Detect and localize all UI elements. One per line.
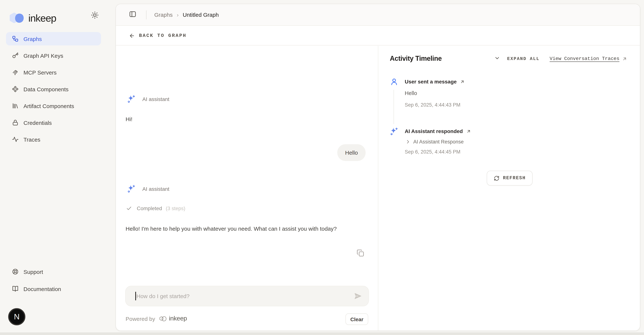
user-icon bbox=[390, 78, 398, 86]
sidebar-item-label: Support bbox=[24, 268, 43, 275]
sidebar-toggle-button[interactable] bbox=[129, 10, 136, 19]
sidebar-item-credentials[interactable]: Credentials bbox=[6, 116, 101, 129]
breadcrumb-current: Untitled Graph bbox=[182, 12, 218, 18]
assistant-label: AI assistant bbox=[142, 186, 170, 192]
timeline-event-link[interactable]: User sent a message bbox=[405, 79, 465, 84]
sidebar-item-traces[interactable]: Traces bbox=[6, 133, 101, 146]
chat-preview: AI assistant Hi! Hello AI assistant bbox=[116, 46, 378, 330]
header-divider bbox=[146, 10, 146, 19]
book-open-icon bbox=[12, 286, 19, 292]
assistant-message: Hello! I'm here to help you with whateve… bbox=[126, 224, 360, 234]
sparkles-icon bbox=[126, 184, 136, 194]
workflow-icon bbox=[12, 36, 19, 42]
card-header: Graphs › Untitled Graph bbox=[116, 4, 640, 26]
nextjs-dev-button[interactable]: N bbox=[8, 308, 25, 325]
assistant-header: AI assistant bbox=[126, 184, 170, 194]
event-body: Hello bbox=[405, 90, 417, 96]
screen: inkeep Graphs bbox=[0, 0, 644, 335]
mcp-icon bbox=[12, 69, 19, 76]
arrow-up-right-icon bbox=[466, 129, 471, 134]
assistant-response-toggle[interactable]: AI Assistant Response bbox=[406, 139, 464, 144]
sidebar-item-label: Data Components bbox=[24, 86, 68, 92]
timeline-title: Activity Timeline bbox=[390, 55, 442, 62]
sidebar-item-graphs[interactable]: Graphs bbox=[6, 32, 101, 46]
send-button[interactable] bbox=[354, 292, 362, 302]
status-steps: (3 steps) bbox=[166, 206, 185, 211]
sidebar-item-data-components[interactable]: Data Components bbox=[6, 82, 101, 96]
component-icon bbox=[12, 86, 19, 92]
user-message-bubble: Hello bbox=[337, 144, 366, 161]
sidebar-item-artifact-components[interactable]: Artifact Components bbox=[6, 99, 101, 112]
sparkles-icon bbox=[389, 127, 398, 136]
text-caret bbox=[135, 292, 136, 300]
arrow-up-right-icon bbox=[460, 79, 465, 84]
key-icon bbox=[12, 52, 19, 59]
chat-input[interactable] bbox=[125, 286, 369, 306]
assistant-label: AI assistant bbox=[142, 96, 170, 102]
content-area: AI assistant Hi! Hello AI assistant bbox=[116, 46, 640, 330]
breadcrumb-separator: › bbox=[177, 12, 178, 18]
assistant-header: AI assistant bbox=[126, 94, 170, 104]
sidebar-item-documentation[interactable]: Documentation bbox=[6, 282, 101, 296]
event-title: User sent a message bbox=[405, 79, 457, 84]
chevron-down-icon bbox=[494, 55, 500, 61]
sidebar-item-label: Documentation bbox=[24, 286, 61, 292]
main-panel: Graphs › Untitled Graph BACK TO GRAPH bbox=[116, 4, 640, 331]
status-label: Completed bbox=[137, 205, 162, 211]
bottom-edge bbox=[0, 332, 644, 335]
sidebar-item-label: Credentials bbox=[24, 120, 52, 126]
sun-icon bbox=[91, 11, 98, 19]
refresh-icon bbox=[494, 175, 499, 181]
lock-icon bbox=[12, 119, 19, 126]
timeline-event-link[interactable]: AI Assistant responded bbox=[405, 128, 471, 134]
library-icon bbox=[12, 102, 19, 109]
copy-icon bbox=[357, 249, 364, 257]
sidebar-item-mcp-servers[interactable]: MCP Servers bbox=[6, 66, 101, 79]
copy-button[interactable] bbox=[357, 249, 364, 258]
sparkles-icon bbox=[126, 94, 136, 104]
completion-status[interactable]: Completed (3 steps) bbox=[126, 205, 185, 211]
view-conversation-traces-link[interactable]: View Conversation Traces bbox=[550, 56, 627, 62]
theme-toggle-button[interactable] bbox=[90, 11, 99, 20]
chat-input-container bbox=[125, 286, 369, 306]
sidebar-item-label: Graph API Keys bbox=[24, 52, 63, 59]
sidebar-item-graph-api-keys[interactable]: Graph API Keys bbox=[6, 49, 101, 62]
sidebar-item-label: Traces bbox=[24, 136, 40, 142]
event-timestamp: Sep 6, 2025, 4:44:43 PM bbox=[405, 102, 460, 108]
view-traces-label: View Conversation Traces bbox=[550, 56, 620, 62]
inkeep-wordmark: inkeep bbox=[28, 12, 56, 24]
expand-all-button[interactable]: EXPAND ALL bbox=[507, 56, 540, 61]
sidebar-item-label: Artifact Components bbox=[24, 103, 74, 109]
timeline-connector bbox=[394, 90, 394, 124]
refresh-button[interactable]: REFRESH bbox=[487, 171, 532, 186]
check-icon bbox=[126, 205, 132, 211]
activity-timeline-panel: Activity Timeline EXPAND ALL View Conver… bbox=[378, 46, 640, 330]
sidebar: inkeep Graphs bbox=[0, 0, 116, 335]
arrow-left-icon bbox=[129, 32, 135, 38]
sidebar-item-label: Graphs bbox=[24, 36, 42, 42]
clear-button[interactable]: Clear bbox=[346, 314, 368, 325]
back-to-graph-button[interactable]: BACK TO GRAPH bbox=[129, 32, 186, 38]
powered-by-brand: inkeep bbox=[169, 315, 187, 322]
sidebar-item-label: MCP Servers bbox=[24, 69, 57, 76]
inkeep-outline-icon bbox=[159, 316, 167, 322]
panel-left-icon bbox=[129, 10, 136, 18]
breadcrumb-graphs[interactable]: Graphs bbox=[154, 12, 172, 18]
timeline-header: Activity Timeline EXPAND ALL View Conver… bbox=[390, 55, 627, 62]
refresh-label: REFRESH bbox=[503, 176, 526, 181]
arrow-up-right-icon bbox=[622, 56, 627, 61]
activity-icon bbox=[12, 136, 19, 143]
send-icon bbox=[354, 292, 362, 300]
event-detail-label: AI Assistant Response bbox=[413, 139, 464, 144]
collapse-toggle-button[interactable] bbox=[494, 55, 500, 62]
avatar-letter: N bbox=[14, 312, 20, 321]
sidebar-nav: Graphs Graph API Keys MC bbox=[6, 32, 101, 150]
back-to-graph-label: BACK TO GRAPH bbox=[139, 33, 186, 38]
inkeep-logo: inkeep bbox=[9, 12, 56, 24]
chevron-right-icon bbox=[406, 139, 410, 144]
sidebar-item-support[interactable]: Support bbox=[6, 265, 101, 278]
life-buoy-icon bbox=[12, 268, 19, 275]
powered-by[interactable]: Powered by inkeep bbox=[126, 315, 187, 322]
event-timestamp: Sep 6, 2025, 4:44:45 PM bbox=[405, 149, 460, 155]
app-window: inkeep Graphs bbox=[0, 0, 644, 335]
